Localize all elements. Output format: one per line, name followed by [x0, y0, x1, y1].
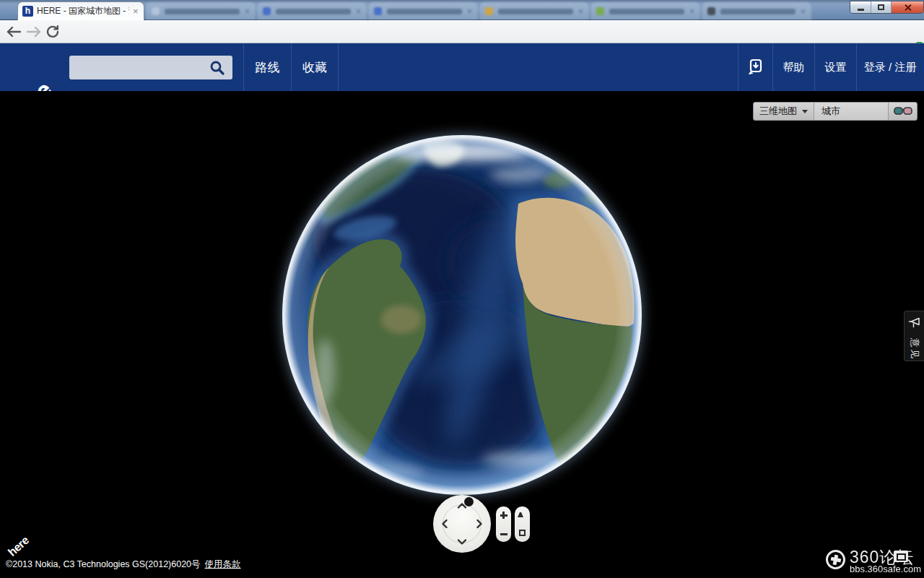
- zoom-control: [496, 506, 511, 542]
- 3d-glasses-icon: [894, 107, 912, 116]
- pan-left-icon[interactable]: [442, 519, 448, 529]
- here-navbar: here 路线 收藏 帮助 设置 登录 / 注册: [0, 43, 924, 91]
- nav-favorites[interactable]: 收藏: [292, 43, 338, 91]
- back-button[interactable]: [4, 22, 23, 41]
- browser-tab-blurred[interactable]: ×: [146, 2, 256, 20]
- window-controls: [850, 1, 924, 14]
- map-type-label: 三维地图: [759, 105, 797, 118]
- feedback-label: 意见: [908, 338, 921, 360]
- forward-button[interactable]: [25, 22, 43, 41]
- phone-download-icon: [747, 59, 763, 76]
- zoom-in-button[interactable]: [500, 512, 507, 519]
- maximize-button[interactable]: [871, 1, 892, 13]
- pan-right-icon[interactable]: [476, 519, 482, 529]
- pan-down-icon[interactable]: [457, 539, 467, 545]
- tilt-2d-button[interactable]: [519, 530, 526, 536]
- category-dropdown[interactable]: 城市: [814, 103, 889, 120]
- browser-tab-blurred[interactable]: ×: [590, 2, 700, 20]
- minimize-button[interactable]: [850, 1, 871, 13]
- here-footer-logo: here: [6, 534, 32, 559]
- nav-routes[interactable]: 路线: [244, 43, 291, 91]
- browser-tab-blurred[interactable]: ×: [368, 2, 478, 20]
- browser-toolbar: heremaps.cn ☆: [0, 20, 924, 43]
- send-to-phone-button[interactable]: [738, 43, 772, 91]
- terms-link[interactable]: 使用条款: [205, 559, 241, 569]
- tab-close-icon[interactable]: ×: [133, 7, 139, 16]
- pan-compass-control[interactable]: [433, 495, 491, 553]
- nav-settings[interactable]: 设置: [815, 43, 856, 91]
- map-type-dropdown[interactable]: 三维地图: [754, 103, 814, 120]
- nav-login-register[interactable]: 登录 / 注册: [857, 43, 923, 91]
- 360-watermark: 360论坛 bbs.360safe.com: [823, 548, 924, 578]
- tilt-3d-button[interactable]: [518, 512, 523, 517]
- tab-title: HERE - 国家城市地图 - 彗: [37, 5, 129, 17]
- blurred-tabs: ××××××: [146, 2, 811, 20]
- map-type-control: 三维地图 城市: [753, 102, 918, 121]
- browser-tab-blurred[interactable]: ×: [257, 2, 367, 20]
- close-button[interactable]: [892, 1, 923, 13]
- 3d-glasses-button[interactable]: [889, 103, 917, 120]
- refresh-button[interactable]: [43, 22, 62, 41]
- browser-tab-active[interactable]: h HERE - 国家城市地图 - 彗 ×: [17, 1, 144, 20]
- search-input[interactable]: [69, 56, 232, 79]
- zoom-out-button[interactable]: [500, 533, 507, 535]
- here-favicon-icon: h: [22, 6, 33, 17]
- copyright-text: ©2013 Nokia, C3 Technologies GS(2012)602…: [6, 558, 241, 571]
- tilt-control: [515, 506, 530, 542]
- earth-globe[interactable]: [280, 133, 644, 497]
- compass-ring: [443, 504, 481, 543]
- chevron-down-icon: [802, 110, 808, 113]
- feedback-tab[interactable]: 意见: [904, 311, 924, 361]
- browser-tab-blurred[interactable]: ×: [479, 2, 589, 20]
- nav-help[interactable]: 帮助: [773, 43, 814, 91]
- browser-titlebar: h HERE - 国家城市地图 - 彗 × ××××××: [0, 0, 924, 20]
- browser-tab-blurred[interactable]: ×: [702, 2, 811, 20]
- search-icon[interactable]: [209, 60, 225, 76]
- 360-logo-icon: [824, 548, 847, 571]
- watermark-subtitle: bbs.360safe.com: [850, 564, 921, 574]
- compass-north-marker[interactable]: [464, 497, 474, 506]
- megaphone-icon: [908, 317, 920, 328]
- window-snapshot-icon: [894, 551, 908, 562]
- map-canvas[interactable]: 三维地图 城市 意见: [0, 91, 924, 578]
